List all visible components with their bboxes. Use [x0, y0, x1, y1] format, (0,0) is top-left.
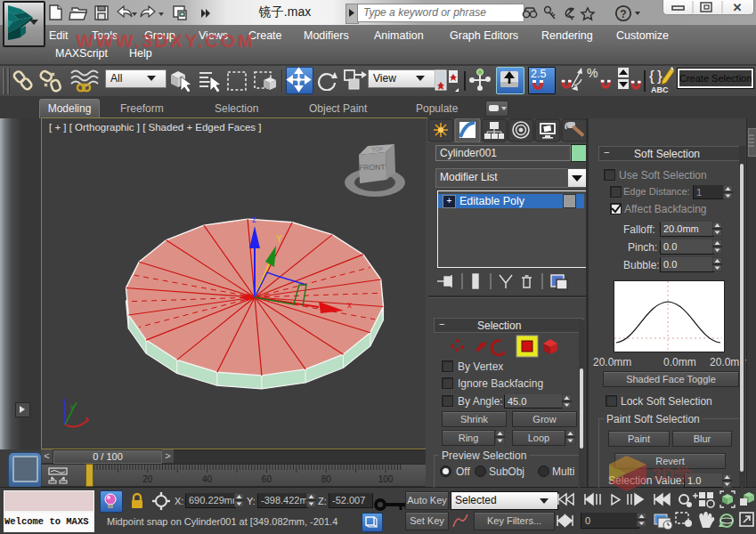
svg-text:TOP: TOP: [371, 146, 384, 153]
svg-text:100: 100: [378, 474, 394, 484]
svg-text:ABC: ABC: [651, 85, 669, 94]
svg-text:20: 20: [142, 474, 153, 484]
svg-text:%: %: [587, 66, 597, 80]
svg-text:60: 60: [262, 474, 272, 484]
svg-text:}: }: [657, 68, 663, 85]
svg-text:3D学: 3D学: [652, 465, 693, 484]
svg-text:✕: ✕: [733, 1, 743, 14]
svg-text:Y: Y: [276, 234, 282, 244]
svg-text:y: y: [70, 402, 74, 410]
svg-text:z: z: [62, 395, 66, 403]
svg-text:40: 40: [202, 474, 213, 484]
svg-text:FRONT: FRONT: [359, 162, 386, 172]
svg-text:{: {: [649, 68, 654, 85]
svg-text:z: z: [252, 214, 256, 224]
svg-text:80: 80: [321, 474, 332, 484]
svg-text:x: x: [347, 300, 352, 310]
svg-text:?: ?: [620, 8, 626, 20]
